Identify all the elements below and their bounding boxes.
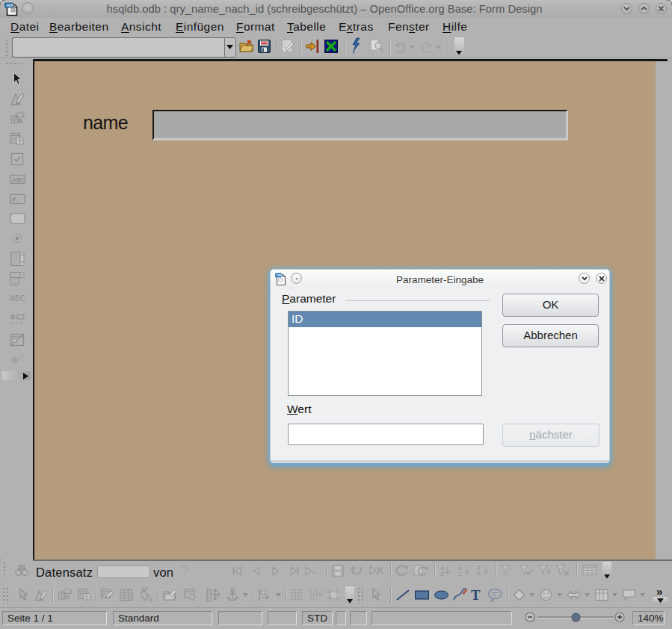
svg-text:Z: Z	[458, 571, 462, 577]
svg-text:A: A	[477, 571, 481, 577]
svg-text:ABC: ABC	[10, 294, 26, 303]
svg-text:Z: Z	[440, 571, 444, 577]
svg-text:#.: #.	[12, 195, 18, 203]
svg-text:ABC: ABC	[12, 176, 25, 184]
svg-text:ODF: ODF	[277, 274, 283, 277]
svg-text:ODF: ODF	[6, 3, 14, 7]
svg-text:F: F	[102, 592, 105, 598]
